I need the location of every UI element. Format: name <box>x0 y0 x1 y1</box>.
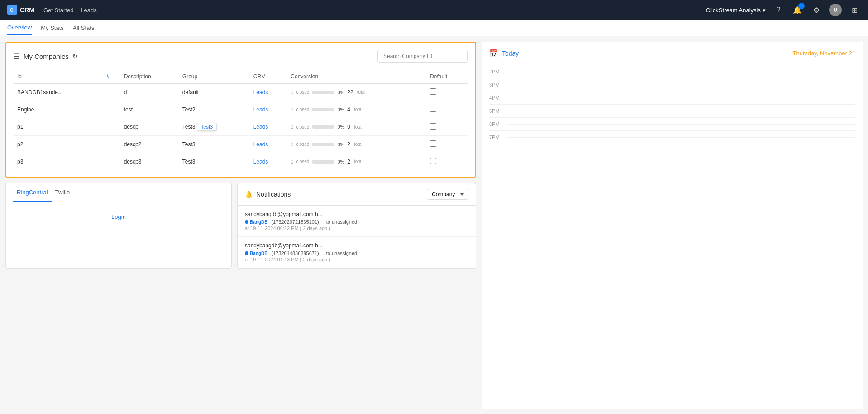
tab-twilio[interactable]: Twilio <box>52 183 74 202</box>
logo-icon: C <box>7 5 17 15</box>
cell-crm: Leads <box>250 84 287 101</box>
col-description: Description <box>120 70 179 84</box>
table-row: p2 descp2 Test3 Leads 0 closed 0% 2 tota… <box>14 136 468 153</box>
default-checkbox[interactable] <box>430 88 436 95</box>
calendar-icon: 📅 <box>489 49 498 58</box>
companies-table-body: BANDGB1sande... d default Leads 0 closed… <box>14 84 468 170</box>
search-company-id-input[interactable] <box>377 50 468 63</box>
companies-header: ☰ My Companies ↻ <box>14 50 468 63</box>
notification-id: (1732020721835101) <box>271 219 319 225</box>
time-label: 2PM <box>489 69 502 74</box>
companies-table-header: Id # Description Group CRM Conversion De… <box>14 70 468 84</box>
companies-table-scroll[interactable]: Id # Description Group CRM Conversion De… <box>14 70 468 169</box>
notification-item: sandybangdb@yopmail.com h... BangDB (173… <box>238 237 476 268</box>
clickstream-button[interactable]: ClickStream Analysis ▾ <box>706 7 766 14</box>
default-checkbox[interactable] <box>430 123 436 130</box>
avatar[interactable]: U <box>829 4 842 16</box>
logo[interactable]: C CRM <box>7 5 34 15</box>
nav-get-started[interactable]: Get Started <box>43 7 73 14</box>
companies-title: My Companies <box>24 53 69 60</box>
time-label: 7PM <box>489 135 502 140</box>
ringcentral-card: RingCentral Twilio Login <box>5 183 232 269</box>
time-label: 6PM <box>489 121 502 127</box>
subnav-mystats[interactable]: My Stats <box>41 21 64 35</box>
notifications-button[interactable]: 🔔 0 <box>791 4 804 16</box>
logo-text: CRM <box>20 6 34 14</box>
col-default: Default <box>426 70 468 84</box>
ringcentral-login-link[interactable]: Login <box>111 213 126 220</box>
time-line <box>507 111 855 111</box>
bangdb-logo: BangDB <box>245 251 267 256</box>
top-nav: C CRM Get Started Leads ClickStream Anal… <box>0 0 868 20</box>
cell-id: BANDGB1sande... <box>14 84 103 101</box>
time-line <box>507 72 855 72</box>
bottom-row: RingCentral Twilio Login 🔔 Notifications… <box>5 183 476 269</box>
refresh-icon[interactable]: ↻ <box>72 53 78 60</box>
cell-default[interactable] <box>426 153 468 170</box>
notification-email: sandybangdb@yopmail.com h... <box>245 211 468 217</box>
cell-default[interactable] <box>426 101 468 118</box>
progress-bar <box>312 143 334 146</box>
cell-conversion: 0 closed 0% 22 total <box>287 84 426 101</box>
cell-id: Engine <box>14 101 103 118</box>
table-row: BANDGB1sande... d default Leads 0 closed… <box>14 84 468 101</box>
cell-conversion: 0 closed 0% 4 total <box>287 101 426 118</box>
notifications-filter-select[interactable]: Company All <box>427 189 468 200</box>
default-checkbox[interactable] <box>430 158 436 164</box>
default-checkbox[interactable] <box>430 140 436 147</box>
subnav-overview[interactable]: Overview <box>7 20 32 35</box>
cell-default[interactable] <box>426 136 468 153</box>
companies-header-left: ☰ My Companies ↻ <box>14 52 78 61</box>
help-icon: ? <box>777 6 781 14</box>
time-slot: 5PM <box>489 104 855 117</box>
subnav-allstats[interactable]: All Stats <box>73 21 95 35</box>
table-row: Engine test Test2 Leads 0 closed 0% 4 to… <box>14 101 468 118</box>
tooltip-badge: Test3 <box>197 123 217 131</box>
main-content: ☰ My Companies ↻ Id # Description Group … <box>0 36 868 414</box>
cell-conversion: 0 closed 0% 0 total <box>287 118 426 136</box>
help-button[interactable]: ? <box>772 4 785 16</box>
ringcentral-tab-content: Login <box>6 202 231 231</box>
table-row: p3 descp3 Test3 Leads 0 closed 0% 2 tota… <box>14 153 468 170</box>
nav-leads[interactable]: Leads <box>81 7 96 14</box>
calendar-panel: 📅 Today Thursday, November 21 2PM 3PM 4P… <box>482 42 863 409</box>
notification-time: at 19-11-2024 06:22 PM ( 2 days ago ) <box>245 226 468 231</box>
col-conversion: Conversion <box>287 70 426 84</box>
time-label: 5PM <box>489 108 502 114</box>
default-checkbox[interactable] <box>430 106 436 112</box>
cell-crm: Leads <box>250 118 287 136</box>
settings-button[interactable]: ⚙ <box>810 4 823 16</box>
col-number: # <box>103 70 120 84</box>
bangdb-logo: BangDB <box>245 220 267 225</box>
cell-default[interactable] <box>426 84 468 101</box>
time-line <box>507 85 855 85</box>
notification-id: (1732014836285671) <box>271 250 319 256</box>
today-label: 📅 Today <box>489 49 519 58</box>
notification-email: sandybangdb@yopmail.com h... <box>245 242 468 249</box>
chevron-down-icon: ▾ <box>763 7 766 14</box>
ringcentral-tabs: RingCentral Twilio <box>6 183 231 202</box>
tab-ringcentral[interactable]: RingCentral <box>13 183 52 202</box>
cell-number <box>103 136 120 153</box>
companies-table: Id # Description Group CRM Conversion De… <box>14 70 468 169</box>
progress-bar <box>312 125 334 129</box>
notifications-list: sandybangdb@yopmail.com h... BangDB (173… <box>238 206 476 268</box>
cell-default[interactable] <box>426 118 468 136</box>
notification-time: at 19-11-2024 04:43 PM ( 2 days ago ) <box>245 257 468 262</box>
cell-number <box>103 118 120 136</box>
date-label: Thursday, November 21 <box>793 50 856 57</box>
cell-description: d <box>120 84 179 101</box>
cell-description: descp2 <box>120 136 179 153</box>
col-id: Id <box>14 70 103 84</box>
gear-icon: ⚙ <box>813 6 820 14</box>
notifications-card: 🔔 Notifications Company All sandybangdb@… <box>237 183 476 269</box>
col-crm: CRM <box>250 70 287 84</box>
notification-item: sandybangdb@yopmail.com h... BangDB (173… <box>238 206 476 237</box>
top-nav-right: ClickStream Analysis ▾ ? 🔔 0 ⚙ U ⊞ <box>706 4 861 16</box>
grid-button[interactable]: ⊞ <box>848 4 861 16</box>
cell-group: Test3 <box>179 136 250 153</box>
cell-number <box>103 153 120 170</box>
progress-bar <box>312 160 334 164</box>
time-slot: 7PM <box>489 130 855 144</box>
cell-crm: Leads <box>250 136 287 153</box>
